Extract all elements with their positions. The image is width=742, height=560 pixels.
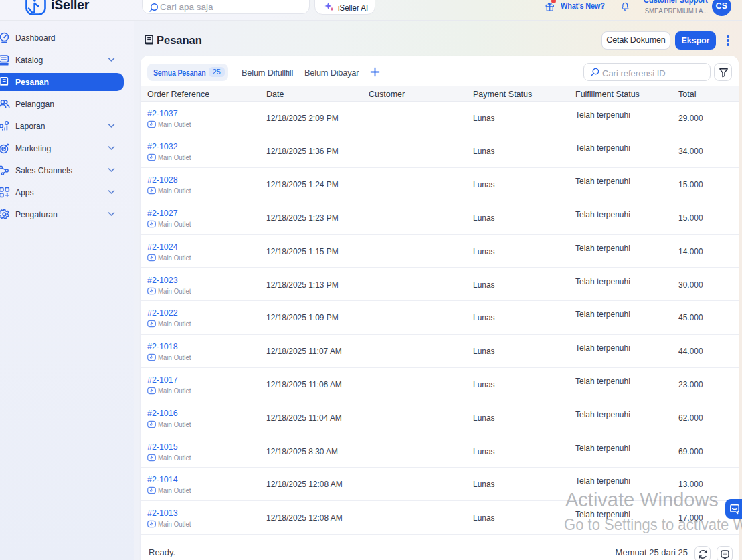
outlet-label: Main Outlet [158, 387, 191, 395]
tab-semua-pesanan[interactable]: Semua Pesanan 25 [147, 64, 228, 81]
sidebar-item-pesanan[interactable]: Pesanan [0, 73, 124, 91]
order-row-2-1017[interactable]: #2-1017Main Outlet12/18/2025 11:06 AMLun… [141, 368, 739, 401]
bell-icon[interactable] [621, 2, 630, 11]
gift-icon[interactable] [545, 2, 555, 12]
fulfillment-status: Telah terpenuhi [575, 243, 630, 253]
outlet-icon [147, 486, 156, 494]
column-header-fulfillment-status[interactable]: Fulfillment Status [575, 90, 640, 99]
sidebar-item-laporan[interactable]: Laporan [0, 117, 124, 135]
order-row-2-1016[interactable]: #2-1016Main Outlet12/18/2025 11:04 AMLun… [141, 401, 739, 435]
payment-status: Lunas [473, 479, 495, 489]
print-document-button[interactable]: Cetak Dokumen [601, 31, 670, 50]
order-row-2-1024[interactable]: #2-1024Main Outlet12/18/2025 1:15 PMLuna… [141, 235, 739, 268]
tab-belum-dibayar[interactable]: Belum Dibayar [304, 68, 359, 78]
column-header-total[interactable]: Total [678, 90, 696, 99]
sidebar-item-dashboard[interactable]: Dashboard [0, 29, 124, 47]
sidebar-item-marketing[interactable]: Marketing [0, 139, 124, 157]
order-row-2-1037[interactable]: #2-1037Main Outlet12/18/2025 2:09 PMLuna… [141, 102, 739, 135]
order-row-2-1028[interactable]: #2-1028Main Outlet12/18/2025 1:24 PMLuna… [141, 168, 739, 201]
order-reference-link[interactable]: #2-1023 [147, 275, 178, 285]
customers-icon [0, 98, 10, 110]
reference-search-input[interactable]: Cari referensi ID [583, 63, 711, 81]
filter-icon [719, 68, 729, 78]
order-total: 69.000 [678, 446, 703, 456]
outlet-icon [147, 120, 156, 128]
fulfillment-status: Telah terpenuhi [575, 443, 630, 453]
account-plan: SMEA PREMIUM LA... [645, 7, 708, 15]
whats-new-link[interactable]: What's New? [561, 1, 605, 11]
filter-button[interactable] [714, 63, 732, 81]
outlet-label: Main Outlet [158, 454, 191, 462]
payment-status: Lunas [473, 379, 495, 389]
iseller-ai-button[interactable]: iSeller AI [314, 0, 375, 15]
sidebar-item-pelanggan[interactable]: Pelanggan [0, 95, 124, 113]
order-reference-link[interactable]: #2-1014 [147, 474, 178, 484]
column-header-date[interactable]: Date [266, 90, 284, 99]
order-reference-link[interactable]: #2-1032 [147, 141, 178, 151]
order-row-2-1027[interactable]: #2-1027Main Outlet12/18/2025 1:23 PMLuna… [141, 201, 739, 235]
order-total: 23.000 [678, 379, 703, 389]
tab-semua-pesanan-label: Semua Pesanan [153, 68, 206, 78]
order-reference-link[interactable]: #2-1013 [147, 508, 178, 518]
order-reference-link[interactable]: #2-1024 [147, 242, 178, 252]
avatar[interactable]: CS [712, 0, 731, 16]
export-button[interactable]: Ekspor [675, 31, 716, 50]
tab-belum-difullfill[interactable]: Belum Difullfill [242, 68, 293, 78]
order-row-2-1015[interactable]: #2-1015Main Outlet12/18/2025 8:30 AMLuna… [141, 435, 739, 468]
sidebar-item-apps[interactable]: Apps [0, 183, 124, 201]
order-reference-link[interactable]: #2-1028 [147, 175, 178, 185]
fulfillment-status: Telah terpenuhi [575, 209, 630, 219]
order-date: 12/18/2025 12:08 AM [266, 512, 343, 523]
order-date: 12/18/2025 11:07 AM [266, 346, 342, 356]
tab-count-badge: 25 [209, 67, 224, 77]
column-header-order-reference[interactable]: Order Reference [147, 90, 209, 99]
order-row-2-1032[interactable]: #2-1032Main Outlet12/18/2025 1:36 PMLuna… [141, 134, 739, 168]
apps-icon [0, 187, 10, 198]
order-reference-link[interactable]: #2-1017 [147, 375, 178, 385]
chat-widget-button[interactable] [725, 499, 742, 519]
windows-watermark-line2: Go to Settings to activate W [564, 515, 742, 534]
order-reference-link[interactable]: #2-1037 [147, 108, 178, 118]
order-row-2-1022[interactable]: #2-1022Main Outlet12/18/2025 1:09 PMLuna… [141, 301, 739, 335]
order-date: 12/18/2025 1:24 PM [266, 179, 339, 189]
reference-search-placeholder: Cari referensi ID [602, 68, 666, 78]
feedback-button[interactable] [717, 546, 733, 560]
feedback-icon [720, 549, 730, 559]
order-date: 12/18/2025 11:04 AM [266, 413, 342, 423]
sidebar-item-katalog[interactable]: Katalog [0, 51, 124, 69]
orders-card: Semua Pesanan 25 Belum Difullfill Belum … [141, 56, 739, 560]
payment-status: Lunas [473, 146, 495, 156]
fulfillment-status: Telah terpenuhi [575, 176, 630, 186]
sidebar-item-sales-channels[interactable]: Sales Channels [0, 161, 124, 179]
outlet-icon [147, 454, 156, 462]
chevron-down-icon [108, 167, 115, 173]
search-icon [147, 3, 159, 14]
order-reference-link[interactable]: #2-1018 [147, 341, 178, 351]
add-tab-icon[interactable] [370, 67, 380, 77]
fulfillment-status: Telah terpenuhi [575, 110, 630, 120]
outlet-label: Main Outlet [158, 254, 191, 262]
topbar: iSeller Cari apa saja iSeller AI What's … [0, 0, 742, 21]
outlet-label: Main Outlet [158, 353, 191, 361]
global-search-input[interactable]: Cari apa saja [142, 0, 310, 14]
chevron-down-icon [108, 145, 115, 151]
more-options-icon[interactable] [727, 35, 729, 47]
status-bar: Ready. Memuat 25 dari 25 [141, 541, 739, 560]
refresh-button[interactable] [694, 546, 711, 560]
global-search-placeholder: Cari apa saja [160, 2, 213, 12]
marketing-icon [0, 143, 10, 154]
windows-watermark-line1: Activate Windows [565, 489, 719, 511]
order-reference-link[interactable]: #2-1022 [147, 308, 178, 318]
fulfillment-status: Telah terpenuhi [575, 376, 630, 386]
sidebar-item-pengaturan[interactable]: Pengaturan [0, 205, 124, 223]
order-reference-link[interactable]: #2-1016 [147, 408, 178, 418]
outlet-label: Main Outlet [158, 486, 191, 494]
payment-status: Lunas [473, 280, 495, 290]
order-reference-link[interactable]: #2-1027 [147, 208, 178, 218]
column-header-customer[interactable]: Customer [369, 90, 405, 99]
order-row-2-1023[interactable]: #2-1023Main Outlet12/18/2025 1:13 PMLuna… [141, 268, 739, 302]
sidebar: DashboardKatalogPesananPelangganLaporanM… [0, 21, 134, 560]
order-row-2-1018[interactable]: #2-1018Main Outlet12/18/2025 11:07 AMLun… [141, 335, 739, 368]
order-reference-link[interactable]: #2-1015 [147, 442, 178, 452]
column-header-payment-status[interactable]: Payment Status [473, 90, 532, 99]
